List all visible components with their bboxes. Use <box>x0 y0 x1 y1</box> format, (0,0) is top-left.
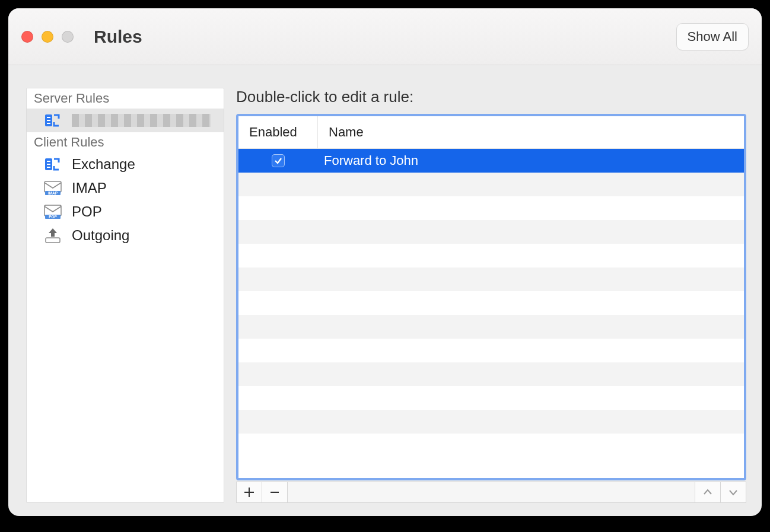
outgoing-icon <box>43 227 62 244</box>
table-body: Forward to John <box>238 149 744 478</box>
sidebar-header-client: Client Rules <box>27 132 224 152</box>
table-row <box>238 339 744 362</box>
titlebar: Rules Show All <box>8 8 762 65</box>
checkbox-checked-icon[interactable] <box>272 154 285 167</box>
table-row <box>238 291 744 315</box>
footer-spacer <box>288 482 695 502</box>
table-row <box>238 386 744 410</box>
svg-rect-8 <box>46 238 60 243</box>
sidebar-item-server-account[interactable] <box>27 109 224 132</box>
sidebar-item-exchange[interactable]: Exchange <box>27 152 224 176</box>
svg-text:POP: POP <box>49 215 57 219</box>
table-row <box>238 267 744 291</box>
table-row <box>238 434 744 457</box>
rules-window: Rules Show All Server Rules Client Rules <box>8 8 762 516</box>
sidebar-item-outgoing[interactable]: Outgoing <box>27 224 224 247</box>
show-all-button[interactable]: Show All <box>676 23 749 50</box>
table-row <box>238 410 744 434</box>
table-row <box>238 173 744 196</box>
redacted-account-label <box>72 114 211 127</box>
close-window-icon[interactable] <box>21 31 33 43</box>
table-row[interactable]: Forward to John <box>238 149 744 173</box>
cell-enabled <box>238 154 318 167</box>
pop-icon: POP <box>43 203 62 221</box>
cell-name: Forward to John <box>318 153 744 168</box>
sidebar-item-label: POP <box>72 203 102 220</box>
sidebar-item-imap[interactable]: IMAP IMAP <box>27 176 224 200</box>
sidebar-item-label: Exchange <box>72 156 135 173</box>
add-rule-button[interactable] <box>237 482 262 502</box>
sidebar-item-pop[interactable]: POP POP <box>27 200 224 224</box>
move-down-button[interactable] <box>720 482 746 502</box>
svg-text:IMAP: IMAP <box>48 191 58 195</box>
exchange-icon <box>43 112 62 129</box>
table-row <box>238 315 744 339</box>
table-row <box>238 220 744 244</box>
table-footer <box>236 482 746 503</box>
minimize-window-icon[interactable] <box>42 31 53 43</box>
main-panel: Double-click to edit a rule: Enabled Nam… <box>236 88 746 503</box>
window-controls <box>21 31 74 43</box>
column-enabled[interactable]: Enabled <box>238 116 318 148</box>
table-row <box>238 244 744 267</box>
move-up-button[interactable] <box>695 482 720 502</box>
sidebar-item-label: Outgoing <box>72 227 129 244</box>
remove-rule-button[interactable] <box>262 482 288 502</box>
column-name[interactable]: Name <box>318 116 744 148</box>
instruction-label: Double-click to edit a rule: <box>236 88 746 106</box>
imap-icon: IMAP <box>43 179 62 197</box>
content-area: Server Rules Client Rules <box>8 65 762 516</box>
table-header: Enabled Name <box>238 116 744 149</box>
zoom-window-icon[interactable] <box>62 31 74 43</box>
sidebar-item-label: IMAP <box>72 180 107 196</box>
rules-table: Enabled Name Forward to John <box>236 114 746 480</box>
sidebar-header-server: Server Rules <box>27 88 224 109</box>
window-title: Rules <box>94 27 142 47</box>
table-row <box>238 362 744 386</box>
sidebar: Server Rules Client Rules <box>26 88 224 503</box>
table-row <box>238 196 744 220</box>
exchange-icon <box>43 155 62 173</box>
